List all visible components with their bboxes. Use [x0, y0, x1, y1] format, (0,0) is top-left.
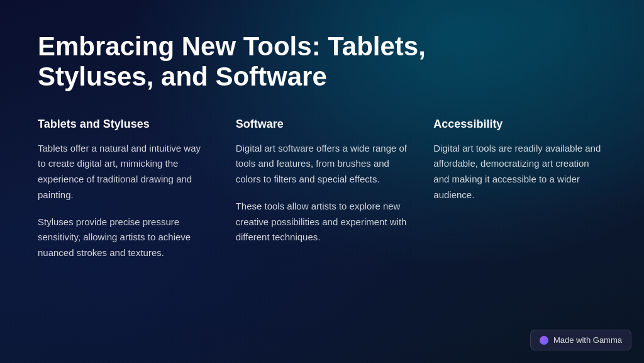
column-software-para-2: These tools allow artists to explore new…: [236, 199, 409, 245]
column-accessibility: Accessibility Digital art tools are read…: [433, 118, 606, 261]
page-content: Embracing New Tools: Tablets, Styluses, …: [0, 0, 644, 363]
column-tablets-title: Tablets and Styluses: [38, 118, 211, 131]
column-software-title: Software: [236, 118, 409, 131]
column-software: Software Digital art software offers a w…: [236, 118, 409, 261]
column-accessibility-title: Accessibility: [433, 118, 606, 131]
column-tablets-para-1: Tablets offer a natural and intuitive wa…: [38, 141, 211, 203]
column-accessibility-para-1: Digital art tools are readily available …: [433, 141, 606, 203]
gamma-label: Made with Gamma: [553, 335, 622, 345]
gamma-badge[interactable]: Made with Gamma: [530, 330, 631, 350]
column-tablets-para-2: Styluses provide precise pressure sensit…: [38, 215, 211, 261]
page-title: Embracing New Tools: Tablets, Styluses, …: [38, 31, 478, 92]
column-software-para-1: Digital art software offers a wide range…: [236, 141, 409, 187]
column-tablets: Tablets and Styluses Tablets offer a nat…: [38, 118, 211, 261]
columns-container: Tablets and Styluses Tablets offer a nat…: [38, 118, 606, 261]
gamma-icon: [540, 336, 548, 345]
